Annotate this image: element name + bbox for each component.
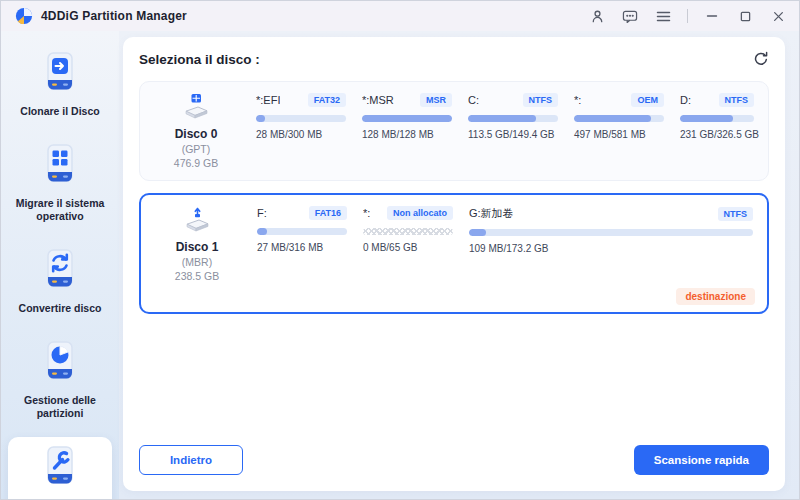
refresh-icon[interactable] [753,51,769,67]
partition: *:MSR MSR 128 MB/128 MB [362,93,452,169]
sidebar-item-label: Convertire disco [19,302,102,316]
disk-list: Disco 0 (GPT) 476.9 GB *:EFI FAT32 28 MB… [139,81,769,326]
usage-bar [362,115,452,122]
partition-label: C: [468,94,479,106]
page-title: Seleziona il disco : [139,52,260,67]
sidebar-item-label: Migrare il sistema operativo [12,197,108,224]
minimize-icon[interactable] [703,7,721,25]
footer-actions: Indietro Scansione rapida [139,445,769,475]
account-icon[interactable] [588,7,606,25]
partition-label: G:新加卷 [469,206,514,221]
partition-usage: 231 GB/326.5 GB [680,129,754,140]
disk-info: Disco 1 (MBR) 238.5 GB [155,206,239,282]
filesystem-badge: FAT16 [309,206,347,220]
main-content: Seleziona il disco : Disco 0 (GPT) [119,31,799,499]
sidebar: Clonare il Disco Migrare il sistema oper… [1,31,119,499]
partition-list: F: FAT16 27 MB/316 MB *: Non allocato 0 … [257,206,753,282]
usage-bar [680,115,754,122]
filesystem-badge: FAT32 [308,93,346,107]
disk-row-1[interactable]: Disco 1 (MBR) 238.5 GB F: FAT16 27 MB/31… [139,193,769,314]
convert-disk-icon [41,248,79,297]
disk-size: 476.9 GB [174,157,218,169]
partition-label: *: [363,207,370,219]
filesystem-badge: OEM [631,93,664,107]
partition-usage: 0 MB/65 GB [363,242,453,253]
partition-label: D: [680,94,691,106]
usage-bar [363,228,453,235]
maximize-icon[interactable] [736,7,754,25]
partition-usage: 497 MB/581 MB [574,129,664,140]
system-disk-icon [178,93,214,125]
feedback-icon[interactable] [621,7,639,25]
partition: *:EFI FAT32 28 MB/300 MB [256,93,346,169]
partition-usage: 28 MB/300 MB [256,129,346,140]
filesystem-badge: Non allocato [387,206,453,220]
filesystem-badge: MSR [420,93,452,107]
partition-usage: 113.5 GB/149.4 GB [468,129,558,140]
disk-name: Disco 1 [176,240,219,254]
partition-usage: 27 MB/316 MB [257,242,347,253]
partition-label: *:EFI [256,94,280,106]
sidebar-item-partition-management[interactable]: Gestione delle partizioni [8,332,112,430]
filesystem-badge: NTFS [523,93,559,107]
sidebar-item-migrate-os[interactable]: Migrare il sistema operativo [8,135,112,233]
sidebar-item-convert-disk[interactable]: Convertire disco [8,240,112,325]
disk-partition-scheme: (GPT) [182,143,211,155]
filesystem-badge: NTFS [718,207,754,221]
partition-label: F: [257,207,267,219]
usage-bar [257,228,347,235]
sidebar-item-partition-recovery[interactable]: Ripristino della partizione [8,437,112,500]
menu-icon[interactable] [654,7,672,25]
partition-list: *:EFI FAT32 28 MB/300 MB *:MSR MSR 128 M… [256,93,754,169]
close-icon[interactable] [769,7,787,25]
migrate-os-icon [41,143,79,192]
destination-badge: destinazione [676,288,755,305]
disk-size: 238.5 GB [175,270,219,282]
partition: C: NTFS 113.5 GB/149.4 GB [468,93,558,169]
back-button[interactable]: Indietro [139,445,243,475]
partition-manage-icon [41,340,79,389]
app-title: 4DDiG Partition Manager [41,9,187,23]
app-window: 4DDiG Partition Manager [0,0,800,500]
partition-label: *:MSR [362,94,394,106]
clone-disk-icon [41,51,79,100]
usage-bar [256,115,346,122]
sidebar-item-label: Gestione delle partizioni [12,394,108,421]
partition: F: FAT16 27 MB/316 MB [257,206,347,282]
disk-row-0[interactable]: Disco 0 (GPT) 476.9 GB *:EFI FAT32 28 MB… [139,81,769,181]
partition: G:新加卷 NTFS 109 MB/173.2 GB [469,206,753,282]
quick-scan-button[interactable]: Scansione rapida [634,445,769,475]
partition: *: OEM 497 MB/581 MB [574,93,664,169]
disk-info: Disco 0 (GPT) 476.9 GB [154,93,238,169]
titlebar-divider [687,9,688,23]
disk-name: Disco 0 [175,127,218,141]
partition-usage: 128 MB/128 MB [362,129,452,140]
titlebar: 4DDiG Partition Manager [1,1,799,31]
disk-select-panel: Seleziona il disco : Disco 0 (GPT) [123,37,785,491]
partition: *: Non allocato 0 MB/65 GB [363,206,453,282]
app-logo-icon [15,7,33,25]
filesystem-badge: NTFS [719,93,755,107]
partition: D: NTFS 231 GB/326.5 GB [680,93,754,169]
sidebar-item-label: Clonare il Disco [20,105,99,119]
disk-partition-scheme: (MBR) [182,256,212,268]
partition-restore-icon [41,445,79,494]
partition-label: *: [574,94,581,106]
sidebar-item-clone-disk[interactable]: Clonare il Disco [8,43,112,128]
usage-bar [468,115,558,122]
usb-disk-icon [179,206,215,238]
usage-bar [574,115,664,122]
usage-bar [469,229,753,236]
partition-usage: 109 MB/173.2 GB [469,243,753,254]
